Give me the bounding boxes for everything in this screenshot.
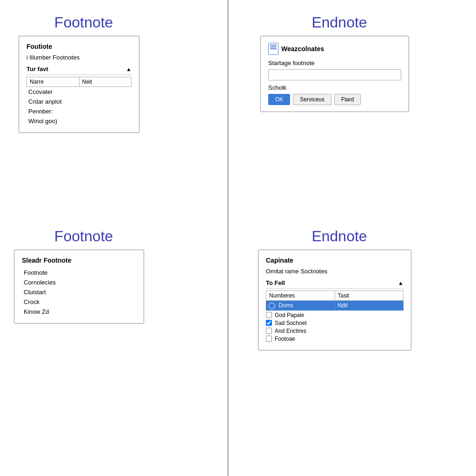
tl-list-item-0[interactable]: Ccovater	[26, 87, 132, 97]
top-right-section: Endnote Weazcolnates Startage footnote S…	[260, 14, 418, 112]
br-sort-row[interactable]: To Fell ▲	[266, 279, 403, 289]
br-check-label-0: God Papale	[275, 312, 304, 318]
br-checkbox-1[interactable]: Sad Sochoet	[266, 320, 403, 326]
top-right-panel: Weazcolnates Startage footnote Scholk OK…	[260, 36, 409, 112]
top-right-title: Endnote	[260, 14, 418, 31]
bottom-left-section: Footnote Sleadr Footnote Footnote Cornol…	[14, 228, 153, 324]
bl-list-item-0[interactable]: Footnote	[22, 268, 136, 278]
vertical-divider	[228, 0, 228, 476]
bl-list-item-1[interactable]: Cornolecies	[22, 278, 136, 287]
br-selected-row[interactable]: Doms Ndit	[266, 301, 403, 311]
top-left-section: Footnote Foutiote i Illumber Footnotes T…	[19, 14, 149, 133]
br-check-label-2: And Enctires	[275, 328, 306, 334]
br-col-2[interactable]: Tasit	[335, 291, 403, 300]
tl-col-1[interactable]: Narre	[27, 77, 79, 86]
tl-sort-row[interactable]: Tur favt ▲	[26, 66, 132, 75]
bottom-left-title: Footnote	[14, 228, 153, 245]
br-col-1[interactable]: Numberes	[266, 291, 335, 300]
bottom-right-panel: Capinate Omital rame Soctnotes To Fell ▲…	[258, 250, 411, 350]
tr-field2-label: Scholk	[268, 84, 401, 91]
br-selected-col-1: Doms	[266, 301, 335, 311]
top-left-title: Footnote	[19, 14, 149, 31]
tl-panel-subtitle: i Illumber Footnotes	[26, 54, 132, 61]
tl-list-item-1[interactable]: Crdar anplot	[26, 97, 132, 106]
br-panel-title: Capinate	[266, 257, 403, 264]
bl-panel-title: Sleadr Footnote	[22, 257, 136, 264]
bottom-right-section: Endnote Capinate Omital rame Soctnotes T…	[258, 228, 421, 350]
tr-btn-ok[interactable]: OK	[268, 94, 290, 105]
tr-button-row: OK Serviceus Flard	[268, 94, 401, 105]
top-left-panel: Foutiote i Illumber Footnotes Tur favt ▲…	[19, 36, 139, 133]
br-sort-label: To Fell	[266, 279, 285, 286]
br-selected-col-2: Ndit	[335, 301, 404, 311]
bottom-right-title: Endnote	[258, 228, 421, 245]
br-checkbox-2[interactable]: And Enctires	[266, 328, 403, 334]
tr-field1-label: Startage footnote	[268, 60, 401, 66]
br-table-header: Numberes Tasit	[266, 291, 403, 301]
br-check-3[interactable]	[266, 336, 272, 342]
tr-icon-label: Weazcolnates	[281, 45, 324, 53]
bl-list-item-3[interactable]: Crock	[22, 297, 136, 307]
br-check-1[interactable]	[266, 320, 272, 326]
br-panel-subtitle: Omital rame Soctnotes	[266, 268, 403, 275]
tl-panel-title: Foutiote	[26, 43, 132, 50]
br-checkbox-0[interactable]: God Papale	[266, 312, 403, 318]
bl-list-item-2[interactable]: Cluistart	[22, 287, 136, 297]
tr-field1-input[interactable]	[268, 69, 401, 80]
br-check-label-3: Footoae	[275, 336, 295, 342]
br-checkbox-3[interactable]: Footoae	[266, 336, 403, 342]
tl-table-header: Narre Neit	[26, 77, 132, 87]
tl-col-2[interactable]: Neit	[79, 77, 132, 86]
tl-list-item-3[interactable]: Wiriol goo)	[26, 116, 132, 126]
tl-sort-arrow: ▲	[126, 66, 132, 73]
globe-icon	[269, 303, 275, 309]
endnote-document-icon	[268, 43, 278, 55]
br-check-0[interactable]	[266, 312, 272, 318]
bottom-left-panel: Sleadr Footnote Footnote Cornolecies Clu…	[14, 250, 144, 324]
tr-header-row: Weazcolnates	[268, 43, 401, 55]
br-check-2[interactable]	[266, 328, 272, 334]
tr-btn-serviceus[interactable]: Serviceus	[293, 94, 331, 105]
tl-list-item-2[interactable]: Pennber:	[26, 106, 132, 116]
br-sort-arrow: ▲	[398, 280, 403, 286]
tl-sort-label: Tur favt	[26, 66, 48, 73]
tr-btn-flard[interactable]: Flard	[334, 94, 361, 105]
br-check-label-1: Sad Sochoet	[275, 320, 307, 326]
bl-list-item-4[interactable]: Kinow Zd	[22, 307, 136, 317]
